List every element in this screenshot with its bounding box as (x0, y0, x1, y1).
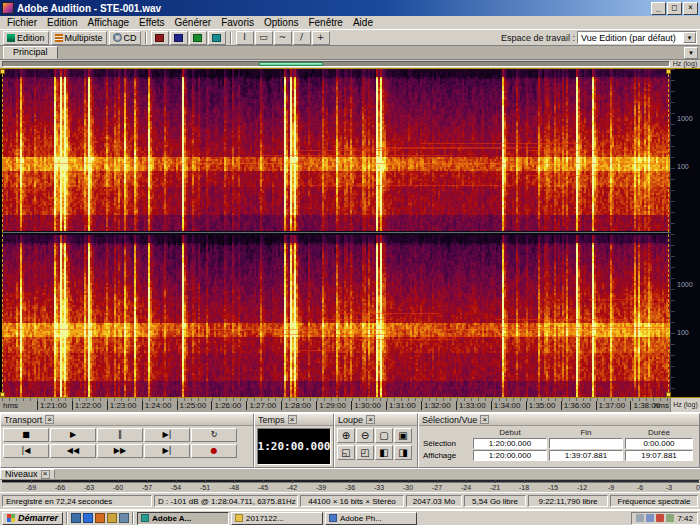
close-icon[interactable]: × (288, 415, 297, 424)
window-title: Adobe Audition - STE-001.wav (17, 3, 648, 14)
cell-affichage-debut[interactable]: 1:20:00.000 (473, 450, 547, 461)
spectral-pan-view-button[interactable] (189, 31, 207, 45)
scrub-tool-button[interactable]: + (312, 31, 330, 45)
marquee-selection-tool-button[interactable]: ▭ (255, 31, 273, 45)
menu-item-aide[interactable]: Aide (348, 16, 378, 30)
selection-left-boundary[interactable] (2, 69, 3, 397)
mail-icon[interactable] (107, 513, 117, 523)
play-to-end-button[interactable]: ▶| (144, 428, 190, 442)
frequency-ruler[interactable]: 10001001000100 (670, 69, 700, 397)
volume-icon[interactable] (636, 514, 644, 522)
go-to-end-button[interactable]: ▶| (144, 444, 190, 458)
start-button[interactable]: Démarrer (2, 512, 63, 525)
zoom-in-vertical-button[interactable]: ◱ (337, 445, 355, 460)
transport-button-row: |◀◀◀▶▶▶|● (3, 444, 251, 458)
effects-paintbrush-tool-button[interactable]: / (293, 31, 311, 45)
zoom-out-horizontal-button[interactable]: ⊖ (356, 428, 374, 443)
view-range-thumb[interactable] (259, 62, 323, 66)
chevron-down-icon[interactable]: ▼ (683, 32, 696, 43)
fast-forward-button[interactable]: ▶▶ (97, 444, 143, 458)
level-tick: -48 (229, 484, 239, 491)
lasso-selection-tool-button[interactable]: ~ (274, 31, 292, 45)
zoom-full-button[interactable]: ▢ (375, 428, 393, 443)
cd-view-button[interactable]: CD (109, 31, 141, 45)
spectral-phase-view-button[interactable] (208, 31, 226, 45)
cell-selection-fin[interactable] (549, 438, 623, 449)
network-icon[interactable] (666, 514, 674, 522)
spectrogram-canvas[interactable] (2, 69, 670, 397)
rewind-button[interactable]: ◀◀ (50, 444, 96, 458)
zoom-left-edge-button[interactable]: ◧ (375, 445, 393, 460)
show-desktop-icon[interactable] (71, 513, 81, 523)
selection-right-boundary[interactable] (668, 69, 669, 397)
freq-label: 1000 (677, 114, 693, 121)
multitrack-view-button[interactable]: Multipiste (51, 31, 107, 45)
menu-item-edition[interactable]: Edition (42, 16, 83, 30)
menu-item-generer[interactable]: Générer (170, 16, 217, 30)
level-meter[interactable]: -69-66-63-60-57-54-51-48-45-42-39-36-33-… (2, 480, 698, 492)
zoom-in-horizontal-button[interactable]: ⊕ (337, 428, 355, 443)
menu-item-favoris[interactable]: Favoris (216, 16, 259, 30)
close-icon[interactable]: × (41, 470, 50, 479)
stop-button[interactable]: ■ (3, 428, 49, 442)
tab-principal[interactable]: Principal (3, 46, 58, 59)
windows-logo-icon (7, 514, 15, 522)
cell-affichage-fin[interactable]: 1:39:07.881 (549, 450, 623, 461)
level-tick: -63 (84, 484, 94, 491)
cell-affichage-duree[interactable]: 19:07.881 (625, 450, 693, 461)
zoom-right-edge-button[interactable]: ◨ (394, 445, 412, 460)
minimize-button[interactable]: _ (651, 2, 666, 15)
horizontal-range-bar[interactable] (2, 61, 670, 67)
selection-handle[interactable] (666, 392, 671, 397)
display-settings-icon[interactable] (646, 514, 654, 522)
selection-handle[interactable] (0, 392, 5, 397)
selection-handle[interactable] (0, 69, 5, 74)
tick-mark (321, 480, 322, 483)
levels-tab[interactable]: Niveaux × (0, 469, 55, 479)
waveform-view-button[interactable] (151, 31, 169, 45)
tab-menu-icon[interactable]: ▾ (684, 47, 698, 59)
time-label: 1:32:00 (421, 401, 451, 410)
play-button[interactable]: ▶ (50, 428, 96, 442)
status-view-mode: Fréquence spectrale (610, 495, 698, 507)
close-icon[interactable]: × (366, 415, 375, 424)
level-tick: -9 (608, 484, 614, 491)
time-selection-tool-button[interactable]: I (236, 31, 254, 45)
my-computer-icon[interactable] (119, 513, 129, 523)
time-ruler-area[interactable]: hms hms 1:21:001:22:001:23:001:24:001:25… (2, 398, 670, 412)
cell-selection-duree[interactable]: 0:00.000 (625, 438, 693, 449)
antivirus-icon[interactable] (656, 514, 664, 522)
time-ruler[interactable]: hms hms 1:21:001:22:001:23:001:24:001:25… (0, 398, 700, 412)
menu-item-effets[interactable]: Effets (134, 16, 169, 30)
close-button[interactable]: × (683, 2, 698, 15)
edit-view-button[interactable]: Edition (3, 31, 49, 45)
selection-handle[interactable] (666, 69, 671, 74)
workspace-select[interactable]: Vue Edition (par défaut) ▼ (577, 31, 697, 44)
menu-item-fenetre[interactable]: Fenêtre (303, 16, 347, 30)
task-button-adobe-ph-[interactable]: Adobe Ph... (325, 512, 417, 525)
spectral-view-button[interactable] (170, 31, 188, 45)
media-player-icon[interactable] (95, 513, 105, 523)
tick-mark (553, 480, 554, 483)
menu-item-options[interactable]: Options (259, 16, 303, 30)
cell-selection-debut[interactable]: 1:20:00.000 (473, 438, 547, 449)
zoom-to-selection-button[interactable]: ▣ (394, 428, 412, 443)
go-to-start-button[interactable]: |◀ (3, 444, 49, 458)
menu-item-fichier[interactable]: Fichier (2, 16, 42, 30)
tick-mark (640, 480, 641, 483)
zoom-button-row: ⊕⊖▢▣ (337, 428, 415, 443)
maximize-button[interactable]: □ (667, 2, 682, 15)
play-loop-button[interactable]: ↻ (191, 428, 237, 442)
task-button-2017122-[interactable]: 2017122... (231, 512, 323, 525)
zoom-out-vertical-button[interactable]: ◰ (356, 445, 374, 460)
file-tab-bar: Principal ▾ (0, 46, 700, 60)
close-icon[interactable]: × (45, 415, 54, 424)
internet-explorer-icon[interactable] (83, 513, 93, 523)
pause-button[interactable]: ‖ (97, 428, 143, 442)
record-button[interactable]: ● (191, 444, 237, 458)
transport-buttons: ■▶‖▶|↻|◀◀◀▶▶▶|● (1, 426, 253, 467)
menu-item-affichage[interactable]: Affichage (83, 16, 135, 30)
close-icon[interactable]: × (480, 415, 489, 424)
task-button-adobe-a-[interactable]: Adobe A... (137, 512, 229, 525)
time-panel-title: Temps × (255, 414, 333, 426)
